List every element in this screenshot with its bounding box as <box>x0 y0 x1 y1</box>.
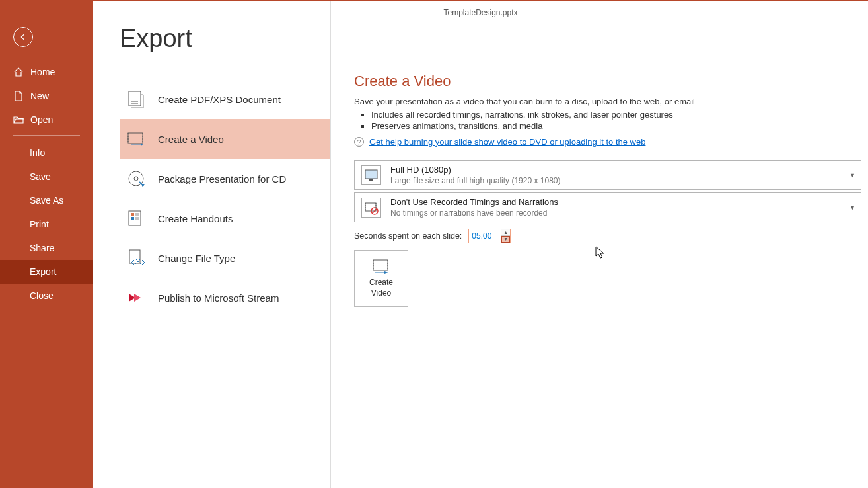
nav-export[interactable]: Export <box>0 260 93 284</box>
create-video-button[interactable]: Create Video <box>354 250 408 307</box>
spinner-up[interactable]: ▲ <box>501 229 510 236</box>
bullet-2: Preserves animations, transitions, and m… <box>371 120 861 132</box>
new-icon <box>13 91 24 101</box>
open-icon <box>13 114 24 125</box>
svg-rect-1 <box>128 133 143 143</box>
help-row: ? Get help burning your slide show video… <box>354 137 861 147</box>
pdf-icon <box>126 89 146 109</box>
export-heading: Export <box>120 24 330 53</box>
nav-new-label: New <box>30 91 49 101</box>
export-opt-handouts-label: Create Handouts <box>158 213 233 224</box>
timings-sub: No timings or narrations have been recor… <box>390 208 558 218</box>
timings-dropdown[interactable]: Don't Use Recorded Timings and Narration… <box>354 192 861 222</box>
seconds-row: Seconds spent on each slide: ▲ ▼ <box>354 229 861 243</box>
timings-main: Don't Use Recorded Timings and Narration… <box>390 197 558 207</box>
quality-dropdown[interactable]: Full HD (1080p) Large file size and full… <box>354 160 861 190</box>
back-button[interactable] <box>13 27 33 47</box>
svg-rect-9 <box>369 179 373 181</box>
spinner-buttons: ▲ ▼ <box>501 229 510 243</box>
svg-rect-6 <box>131 217 134 220</box>
nav-save[interactable]: Save <box>0 165 93 188</box>
export-opt-handouts[interactable]: Create Handouts <box>120 198 330 238</box>
svg-rect-8 <box>365 170 377 179</box>
export-options-column: Export Create PDF/XPS Document Create a … <box>93 1 330 488</box>
monitor-icon <box>361 165 381 185</box>
nav-separator <box>13 135 80 136</box>
nav-open[interactable]: Open <box>0 108 93 132</box>
seconds-spinner[interactable]: ▲ ▼ <box>468 229 511 243</box>
filetype-icon <box>126 248 146 268</box>
export-detail-pane: Create a Video Save your presentation as… <box>330 1 868 488</box>
quality-main: Full HD (1080p) <box>390 165 561 175</box>
export-opt-pdf-label: Create PDF/XPS Document <box>158 94 281 105</box>
document-title: TemplateDesign.pptx <box>93 8 868 17</box>
quality-sub: Large file size and full high quality (1… <box>390 176 561 185</box>
export-opt-video-label: Create a Video <box>158 134 224 145</box>
nav-save-as[interactable]: Save As <box>0 188 93 212</box>
handouts-icon <box>126 208 146 228</box>
create-video-text: Create Video <box>369 278 393 298</box>
stream-icon <box>126 288 146 307</box>
spinner-down[interactable]: ▼ <box>501 236 510 243</box>
svg-rect-10 <box>365 203 376 211</box>
create-video-icon <box>371 258 391 275</box>
export-opt-video[interactable]: Create a Video <box>120 119 330 159</box>
nav-close[interactable]: Close <box>0 284 93 307</box>
seconds-label: Seconds spent on each slide: <box>354 231 462 241</box>
nav-print[interactable]: Print <box>0 212 93 236</box>
panel-desc: Save your presentation as a video that y… <box>354 97 861 106</box>
chevron-down-icon: ▼ <box>850 204 855 211</box>
quality-text: Full HD (1080p) Large file size and full… <box>390 165 561 185</box>
svg-point-3 <box>134 177 138 181</box>
export-opt-stream-label: Publish to Microsoft Stream <box>158 292 279 304</box>
nav-new[interactable]: New <box>0 84 93 108</box>
nav-share[interactable]: Share <box>0 236 93 260</box>
panel-title: Create a Video <box>354 73 861 90</box>
video-icon <box>126 129 146 149</box>
panel-bullets: Includes all recorded timings, narration… <box>371 109 861 132</box>
export-opt-filetype[interactable]: Change File Type <box>120 238 330 278</box>
svg-rect-4 <box>129 211 141 225</box>
export-opt-cd-label: Package Presentation for CD <box>158 173 286 184</box>
content-area: TemplateDesign.pptx Export Create PDF/XP… <box>93 1 868 488</box>
export-opt-filetype-label: Change File Type <box>158 253 235 264</box>
no-timings-icon <box>361 198 381 218</box>
svg-rect-12 <box>373 260 388 270</box>
timings-text: Don't Use Recorded Timings and Narration… <box>390 197 558 218</box>
help-link[interactable]: Get help burning your slide show video t… <box>369 137 645 147</box>
backstage-sidebar: Home New Open Info Save Save As Print Sh… <box>0 1 93 488</box>
svg-rect-5 <box>131 213 134 216</box>
help-icon: ? <box>354 137 364 147</box>
bullet-1: Includes all recorded timings, narration… <box>371 109 861 120</box>
cd-icon <box>126 169 146 188</box>
export-opt-pdf[interactable]: Create PDF/XPS Document <box>120 79 330 119</box>
nav-home[interactable]: Home <box>0 60 93 84</box>
chevron-down-icon: ▼ <box>850 172 855 179</box>
export-opt-cd[interactable]: Package Presentation for CD <box>120 159 330 198</box>
nav-open-label: Open <box>30 114 53 125</box>
nav-info[interactable]: Info <box>0 141 93 165</box>
nav-home-label: Home <box>30 67 55 77</box>
home-icon <box>13 67 24 77</box>
export-opt-stream[interactable]: Publish to Microsoft Stream <box>120 278 330 317</box>
seconds-input[interactable] <box>469 229 501 243</box>
arrow-left-icon <box>18 32 28 42</box>
